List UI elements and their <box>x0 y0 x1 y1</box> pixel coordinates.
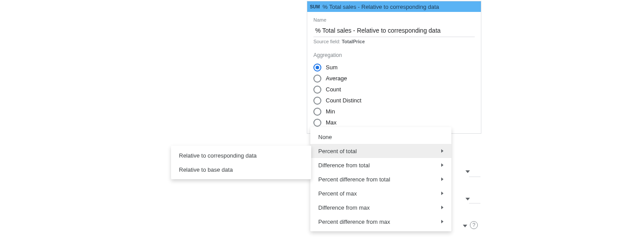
panel-title: % Total sales - Relative to correspondin… <box>323 4 439 10</box>
aggregation-option-min[interactable]: Min <box>313 106 475 117</box>
radio-label: Count Distinct <box>326 97 361 104</box>
panel-body: Name Source field: TotalPrice Aggregatio… <box>307 12 481 133</box>
radio-label: Count <box>326 86 341 93</box>
source-field-name: TotalPrice <box>342 39 365 44</box>
aggregation-option-average[interactable]: Average <box>313 73 475 84</box>
relative-to-submenu: Relative to corresponding data Relative … <box>171 146 311 179</box>
chevron-right-icon <box>441 192 443 195</box>
dropdown-caret-icon[interactable] <box>465 170 470 173</box>
aggregation-label: Aggregation <box>313 52 475 58</box>
chevron-right-icon <box>441 220 443 223</box>
menu-item-label: Percent difference from total <box>318 176 390 183</box>
comparison-calc-menu: None Percent of total Difference from to… <box>310 127 451 231</box>
radio-icon <box>313 108 321 116</box>
submenu-option-relative-base[interactable]: Relative to base data <box>171 162 311 177</box>
comparison-option-percent-of-max[interactable]: Percent of max <box>310 186 451 200</box>
comparison-option-difference-from-max[interactable]: Difference from max <box>310 200 451 215</box>
aggregation-option-sum[interactable]: Sum <box>313 62 475 73</box>
menu-item-label: Relative to corresponding data <box>179 152 257 159</box>
dropdown-caret-icon[interactable] <box>465 198 470 200</box>
comparison-option-none[interactable]: None <box>310 130 451 144</box>
aggregation-badge: SUM <box>310 4 320 9</box>
radio-icon <box>313 119 321 127</box>
menu-item-label: Percent difference from max <box>318 218 390 225</box>
aggregation-option-max[interactable]: Max <box>313 117 475 128</box>
chevron-right-icon <box>441 149 443 153</box>
source-field-line: Source field: TotalPrice <box>313 39 475 44</box>
divider <box>469 177 480 177</box>
aggregation-option-count[interactable]: Count <box>313 84 475 95</box>
menu-item-label: None <box>318 134 332 140</box>
radio-icon <box>313 64 321 72</box>
name-input[interactable] <box>313 24 475 37</box>
name-label: Name <box>313 17 475 23</box>
comparison-option-percent-difference-from-max[interactable]: Percent difference from max <box>310 215 451 229</box>
help-icon[interactable]: ? <box>470 221 478 229</box>
submenu-option-relative-corresponding[interactable]: Relative to corresponding data <box>171 148 311 162</box>
comparison-option-difference-from-total[interactable]: Difference from total <box>310 158 451 172</box>
menu-item-label: Relative to base data <box>179 166 233 173</box>
divider <box>469 203 480 203</box>
aggregation-option-count-distinct[interactable]: Count Distinct <box>313 95 475 106</box>
panel-header: SUM % Total sales - Relative to correspo… <box>307 1 481 12</box>
menu-item-label: Difference from total <box>318 162 370 169</box>
dropdown-caret-icon[interactable] <box>463 225 467 227</box>
menu-item-label: Percent of total <box>318 148 357 154</box>
radio-label: Max <box>326 119 337 126</box>
menu-item-label: Percent of max <box>318 190 357 197</box>
side-controls: ? <box>451 128 482 238</box>
radio-icon <box>313 97 321 105</box>
comparison-option-percent-difference-from-total[interactable]: Percent difference from total <box>310 172 451 186</box>
radio-label: Sum <box>326 64 338 71</box>
radio-icon <box>313 75 321 83</box>
menu-item-label: Difference from max <box>318 204 370 211</box>
source-field-prefix: Source field: <box>313 39 342 44</box>
field-config-panel: SUM % Total sales - Relative to correspo… <box>307 1 481 134</box>
chevron-right-icon <box>441 163 443 167</box>
comparison-option-percent-of-total[interactable]: Percent of total <box>310 144 451 158</box>
chevron-right-icon <box>441 177 443 181</box>
radio-icon <box>313 86 321 94</box>
chevron-right-icon <box>441 206 443 209</box>
radio-label: Min <box>326 108 335 115</box>
radio-label: Average <box>326 75 347 82</box>
